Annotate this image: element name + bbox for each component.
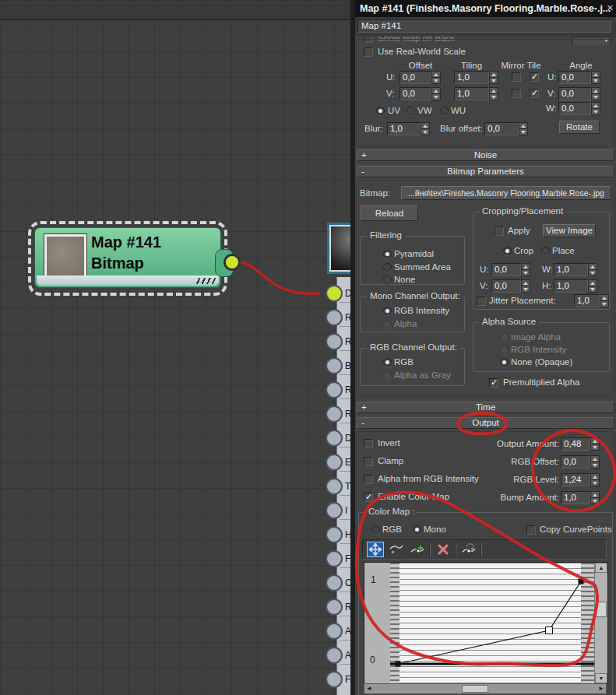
rgb-radio[interactable] [383, 358, 392, 367]
enable-color-map-checkbox[interactable] [364, 493, 373, 502]
delete-curve-point-icon[interactable] [435, 542, 452, 557]
curve-point-end[interactable] [579, 579, 584, 584]
tile-u-checkbox[interactable] [530, 72, 539, 82]
place-radio[interactable] [541, 247, 550, 255]
material-node-preview[interactable] [327, 223, 350, 274]
bitmap-node-output-socket[interactable] [224, 254, 241, 271]
mirror-v-checkbox[interactable] [512, 89, 521, 98]
pyramidal-radio[interactable] [383, 250, 392, 258]
bitmap-node[interactable]: Map #141 Bitmap [34, 227, 221, 288]
reset-curves-icon[interactable] [460, 542, 477, 557]
rgb-level-field[interactable]: 1,24 [561, 473, 590, 486]
output-amount-field[interactable]: 0,48 [561, 437, 590, 451]
bitmap-parameters-collapse-icon[interactable]: - [361, 167, 364, 177]
blur-spinner[interactable] [421, 122, 430, 135]
scroll-left-icon[interactable]: ◄ [366, 685, 372, 692]
premultiplied-alpha-checkbox[interactable] [489, 378, 498, 388]
scale-curve-point-icon[interactable] [388, 542, 405, 557]
material-input-socket-A-14[interactable] [326, 623, 343, 640]
crop-v-spinner[interactable] [521, 279, 530, 293]
crop-h-spinner[interactable] [588, 279, 597, 293]
resize-grip-icon[interactable] [195, 278, 216, 284]
rgb-offset-spinner[interactable] [590, 455, 600, 469]
summed-area-radio[interactable] [383, 263, 392, 272]
material-input-socket-E-7[interactable] [326, 454, 343, 471]
add-curve-point-icon[interactable] [409, 542, 426, 557]
angle-w-field[interactable]: 0,0 [558, 102, 591, 115]
material-input-socket-B-3[interactable] [326, 357, 343, 374]
alpha-from-rgb-checkbox[interactable] [364, 475, 373, 484]
material-input-socket-D-0[interactable] [326, 285, 343, 302]
crop-v-field[interactable]: 0,0 [491, 279, 521, 293]
clamp-checkbox[interactable] [364, 457, 373, 466]
curve-plot[interactable] [390, 563, 594, 683]
filtering-none-radio[interactable] [383, 276, 392, 284]
vw-radio[interactable] [407, 107, 415, 115]
copy-curvepoints-checkbox[interactable] [526, 525, 536, 535]
alpha-rgb-intensity-radio[interactable] [500, 346, 509, 354]
blur-offset-spinner[interactable] [519, 122, 528, 135]
material-input-socket-F-11[interactable] [326, 550, 343, 567]
bump-amount-field[interactable]: 1,0 [561, 491, 590, 504]
bitmap-path-button[interactable]: ...йня\tex\Finishes.Masonry Flooring.Mar… [401, 186, 611, 200]
tiling-u-field[interactable]: 1,0 [454, 71, 489, 84]
rgb-offset-field[interactable]: 0,0 [561, 455, 590, 469]
mirror-u-checkbox[interactable] [512, 72, 521, 82]
map-name-input[interactable]: Map #141 [357, 19, 611, 33]
material-input-socket-R-4[interactable] [326, 381, 343, 398]
color-map-rgb-radio[interactable] [371, 525, 380, 534]
curve-point-start[interactable] [396, 662, 401, 667]
tile-v-checkbox[interactable] [530, 89, 539, 98]
material-input-socket-R-13[interactable] [326, 598, 343, 616]
curve-line[interactable] [390, 563, 594, 683]
material-input-socket-I-9[interactable] [326, 502, 343, 519]
curve-vertical-scrollbar[interactable]: ▲ ▼ [594, 563, 607, 683]
node-editor-canvas[interactable]: Map #141 Bitmap DRRBRRDETIHFORAAF [0, 0, 350, 695]
panel-title-bar[interactable]: Map #141 (Finishes.Masonry Flooring.Marb… [355, 0, 616, 18]
noise-expand-icon[interactable]: + [361, 150, 367, 160]
angle-u-field[interactable]: 0,0 [558, 71, 591, 84]
rollout-bitmap-parameters[interactable]: - Bitmap Parameters [357, 166, 614, 177]
tiling-u-spinner[interactable] [489, 71, 498, 84]
vertical-scroll-thumb[interactable] [596, 602, 607, 617]
color-map-mono-radio[interactable] [413, 525, 421, 534]
view-image-button[interactable]: View Image [543, 224, 596, 237]
scroll-up-icon[interactable]: ▲ [595, 563, 607, 573]
jitter-field[interactable]: 1,0 [574, 294, 600, 307]
crop-w-field[interactable]: 1,0 [554, 263, 588, 276]
none-opaque-radio[interactable] [500, 358, 509, 367]
crop-radio[interactable] [503, 247, 512, 255]
time-expand-icon[interactable]: + [361, 402, 367, 412]
material-input-socket-A-15[interactable] [326, 647, 343, 664]
bump-amount-spinner[interactable] [590, 491, 600, 504]
material-input-socket-H-10[interactable] [326, 526, 343, 543]
rollout-output[interactable]: - Output [357, 417, 614, 429]
crop-w-spinner[interactable] [588, 263, 597, 276]
angle-w-spinner[interactable] [591, 102, 600, 115]
apply-checkbox[interactable] [495, 226, 504, 236]
material-input-socket-T-8[interactable] [326, 478, 343, 495]
angle-u-spinner[interactable] [591, 71, 600, 84]
material-node[interactable]: DRRBRRDETIHFORAAF [327, 221, 350, 695]
jitter-placement-checkbox[interactable] [477, 297, 486, 306]
uv-radio[interactable] [376, 107, 385, 115]
crop-u-field[interactable]: 0,0 [491, 263, 521, 276]
use-real-world-scale-checkbox[interactable] [364, 47, 373, 57]
scroll-down-icon[interactable]: ▼ [595, 673, 607, 683]
curve-horizontal-scrollbar[interactable]: ◄ ► [364, 683, 607, 694]
jitter-spinner[interactable] [600, 294, 609, 307]
material-input-socket-R-1[interactable] [326, 309, 343, 326]
material-input-socket-O-12[interactable] [326, 574, 343, 591]
offset-u-field[interactable]: 0,0 [400, 71, 431, 84]
offset-v-spinner[interactable] [431, 87, 441, 100]
curve-point-mid[interactable] [546, 627, 553, 634]
connection-wire[interactable] [0, 0, 350, 695]
material-input-socket-F-16[interactable] [326, 671, 343, 688]
angle-v-field[interactable]: 0,0 [558, 87, 591, 100]
horizontal-scroll-thumb[interactable] [462, 685, 488, 693]
material-input-socket-D-6[interactable] [326, 430, 343, 447]
material-input-socket-R-2[interactable] [326, 333, 343, 350]
scroll-right-icon[interactable]: ► [598, 685, 604, 692]
wu-radio[interactable] [440, 107, 449, 115]
rgb-level-spinner[interactable] [590, 473, 600, 486]
